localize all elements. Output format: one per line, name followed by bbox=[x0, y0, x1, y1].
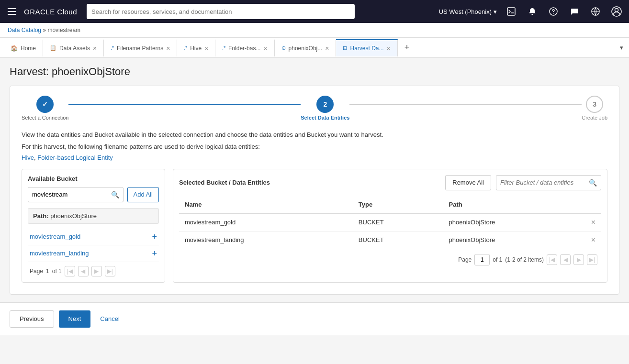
step-1: ✓ Select a Connection bbox=[22, 96, 68, 121]
left-last-page-button[interactable]: ▶| bbox=[105, 266, 115, 276]
svg-rect-0 bbox=[507, 8, 515, 15]
bottom-bar: Previous Next Cancel bbox=[0, 302, 629, 335]
tab-close-data-assets[interactable]: × bbox=[93, 45, 97, 52]
home-icon: 🏠 bbox=[11, 45, 18, 52]
global-search[interactable] bbox=[87, 4, 355, 19]
bucket-link-gold[interactable]: moviestream_gold bbox=[30, 233, 80, 240]
bucket-item-landing: moviestream_landing + bbox=[28, 245, 159, 262]
col-path: Path bbox=[443, 196, 585, 213]
bucket-list: moviestream_gold + moviestream_landing + bbox=[28, 229, 159, 262]
tab-close-folder-based[interactable]: × bbox=[263, 45, 267, 52]
bell-icon[interactable] bbox=[526, 5, 539, 18]
right-page-of: of 1 bbox=[493, 256, 502, 263]
harvest-icon: ⊞ bbox=[343, 45, 347, 51]
left-prev-page-button[interactable]: ◀ bbox=[78, 266, 89, 276]
right-last-page-button[interactable]: ▶| bbox=[587, 254, 597, 265]
search-icon: 🔍 bbox=[111, 191, 119, 199]
user-avatar[interactable] bbox=[610, 5, 623, 18]
remove-row-gold-button[interactable]: × bbox=[591, 219, 595, 226]
table-row: moviestream_gold BUCKET phoenixObjStore … bbox=[179, 213, 601, 232]
bucket-link-landing[interactable]: moviestream_landing bbox=[30, 250, 89, 257]
region-selector[interactable]: US West (Phoenix) ▾ bbox=[439, 8, 497, 15]
cancel-button[interactable]: Cancel bbox=[95, 310, 124, 328]
step-3: 3 Create Job bbox=[582, 96, 607, 121]
tab-home[interactable]: 🏠 Home bbox=[4, 39, 43, 56]
row-path-landing: phoenixObjStore bbox=[443, 231, 585, 249]
row-type-landing: BUCKET bbox=[353, 231, 443, 249]
tabs-bar: 🏠 Home 📋 Data Assets × .* Filename Patte… bbox=[0, 38, 629, 58]
col-type: Type bbox=[353, 196, 443, 213]
left-page-of: of 1 bbox=[52, 268, 62, 275]
tab-harvest-da[interactable]: ⊞ Harvest Da... × bbox=[336, 39, 397, 56]
add-bucket-gold-button[interactable]: + bbox=[152, 232, 157, 241]
tab-label: Harvest Da... bbox=[350, 45, 383, 52]
row-name-gold: moviestream_gold bbox=[179, 213, 353, 232]
tab-close-filename-patterns[interactable]: × bbox=[166, 45, 170, 52]
hamburger-menu[interactable] bbox=[6, 6, 18, 17]
right-panel-actions: Remove All 🔍 bbox=[445, 175, 601, 190]
global-search-input[interactable] bbox=[91, 8, 350, 15]
tab-phoenix-obj[interactable]: ⊙ phoenixObj... × bbox=[275, 39, 337, 56]
tab-label: Home bbox=[21, 45, 36, 52]
tab-filename-patterns[interactable]: .* Filename Patterns × bbox=[104, 39, 177, 56]
add-all-button[interactable]: Add All bbox=[127, 187, 159, 202]
add-tab-button[interactable]: + bbox=[398, 38, 416, 57]
info-line1: View the data entities and Bucket availa… bbox=[22, 130, 607, 140]
tab-close-harvest-da[interactable]: × bbox=[387, 45, 391, 52]
step-2-circle: 2 bbox=[316, 96, 334, 113]
right-pagination: Page of 1 (1-2 of 2 items) |◀ ◀ ▶ ▶| bbox=[179, 249, 601, 267]
hive-link[interactable]: Hive bbox=[22, 154, 34, 161]
chevron-down-icon: ▾ bbox=[494, 8, 497, 15]
bucket-search-wrap[interactable]: 🔍 bbox=[28, 187, 124, 202]
remove-row-landing-button[interactable]: × bbox=[591, 236, 595, 244]
right-panel-title: Selected Bucket / Data Entities bbox=[179, 179, 270, 186]
filename-patterns-icon: .* bbox=[111, 45, 114, 51]
tab-folder-based[interactable]: .* Folder-bas... × bbox=[215, 39, 274, 56]
breadcrumb: Data Catalog » moviestream bbox=[0, 23, 629, 38]
tabs-overflow-button[interactable]: ▾ bbox=[614, 39, 629, 56]
step-2: 2 Select Data Entities bbox=[301, 96, 349, 121]
chat-icon[interactable] bbox=[568, 5, 581, 18]
right-first-page-button[interactable]: |◀ bbox=[547, 254, 557, 265]
bucket-search-input[interactable] bbox=[32, 191, 111, 198]
tab-hive[interactable]: .* Hive × bbox=[177, 39, 215, 56]
step-3-circle: 3 bbox=[586, 96, 603, 113]
wizard-steps: ✓ Select a Connection 2 Select Data Enti… bbox=[22, 96, 607, 121]
row-name-landing: moviestream_landing bbox=[179, 231, 353, 249]
left-first-page-button[interactable]: |◀ bbox=[65, 266, 75, 276]
tab-close-phoenix-obj[interactable]: × bbox=[325, 45, 329, 52]
path-value: phoenixObjStore bbox=[50, 212, 97, 220]
top-nav: ORACLE Cloud US West (Phoenix) ▾ bbox=[0, 0, 629, 23]
filter-wrap[interactable]: 🔍 bbox=[496, 175, 601, 190]
tab-close-hive[interactable]: × bbox=[204, 45, 208, 52]
right-prev-page-button[interactable]: ◀ bbox=[560, 254, 571, 265]
previous-button[interactable]: Previous bbox=[10, 310, 54, 328]
row-path-gold: phoenixObjStore bbox=[443, 213, 585, 232]
svg-point-5 bbox=[615, 9, 618, 12]
add-bucket-landing-button[interactable]: + bbox=[152, 249, 157, 258]
selected-entities-table: Name Type Path moviestream_gold BUCKET p… bbox=[179, 196, 601, 249]
left-pagination: Page 1 of 1 |◀ ◀ ▶ ▶| bbox=[28, 262, 159, 276]
tab-label: Folder-bas... bbox=[228, 45, 260, 52]
page-content: Harvest: phoenixObjStore ✓ Select a Conn… bbox=[0, 58, 629, 302]
hive-icon: .* bbox=[184, 45, 187, 51]
right-panel: Selected Bucket / Data Entities Remove A… bbox=[173, 169, 607, 283]
right-page-input[interactable] bbox=[474, 254, 490, 265]
path-label: Path: bbox=[33, 212, 49, 220]
tab-data-assets[interactable]: 📋 Data Assets × bbox=[43, 39, 104, 56]
left-next-page-button[interactable]: ▶ bbox=[91, 266, 102, 276]
table-row: moviestream_landing BUCKET phoenixObjSto… bbox=[179, 231, 601, 249]
folder-based-link[interactable]: Folder-based Logical Entity bbox=[37, 154, 113, 161]
right-next-page-button[interactable]: ▶ bbox=[573, 254, 584, 265]
remove-all-button[interactable]: Remove All bbox=[445, 175, 491, 190]
next-button[interactable]: Next bbox=[59, 310, 91, 328]
globe-icon[interactable] bbox=[589, 5, 602, 18]
terminal-icon[interactable] bbox=[505, 5, 518, 18]
help-icon[interactable] bbox=[547, 5, 560, 18]
right-panel-header: Selected Bucket / Data Entities Remove A… bbox=[179, 175, 601, 190]
breadcrumb-current: moviestream bbox=[47, 27, 80, 33]
phoenix-icon: ⊙ bbox=[281, 45, 286, 51]
breadcrumb-root[interactable]: Data Catalog bbox=[8, 27, 41, 33]
tab-label: phoenixObj... bbox=[289, 45, 323, 52]
filter-input[interactable] bbox=[500, 179, 589, 186]
